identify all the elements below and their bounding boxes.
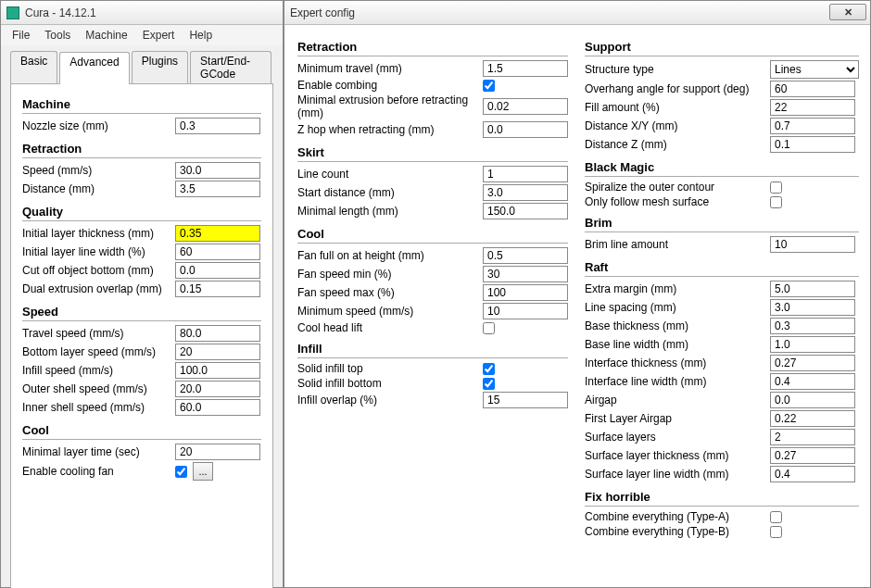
min-travel-label: Minimum travel (mm) [297,62,483,75]
blw-label: Base line width (mm) [585,338,770,351]
zhop-input[interactable] [483,121,568,138]
mspd-label: Minimum speed (mm/s) [297,305,483,318]
sl-input[interactable] [770,429,855,445]
sib-checkbox[interactable] [483,378,495,390]
bt-label: Base thickness (mm) [585,319,770,332]
tab-gcode[interactable]: Start/End-GCode [190,51,271,83]
mspd-input[interactable] [483,303,568,319]
travel-input[interactable] [175,325,260,342]
dxy-input[interactable] [770,118,855,134]
zhop-label: Z hop when retracting (mm) [297,123,483,136]
blw-input[interactable] [770,336,855,353]
cea-label: Combine everything (Type-A) [585,510,770,523]
fsmin-input[interactable] [483,266,568,282]
menu-expert[interactable]: Expert [135,27,183,44]
close-button[interactable]: ✕ [829,4,866,20]
ofm-label: Only follow mesh surface [585,195,770,208]
it-input[interactable] [770,355,855,371]
em-input[interactable] [770,281,855,297]
nozzle-input[interactable] [175,118,260,134]
expert-right-column: Support Structure typeLines Overhang ang… [585,34,870,587]
st-label: Structure type [585,63,770,76]
ls-label: Line spacing (mm) [585,301,770,314]
fsmax-label: Fan speed max (%) [297,286,483,299]
main-title-bar: Cura - 14.12.1 [1,1,283,25]
menu-machine[interactable]: Machine [78,27,134,44]
st-select[interactable]: Lines [770,60,859,79]
fla-label: First Layer Airgap [585,412,770,425]
nozzle-label: Nozzle size (mm) [22,119,175,132]
lc-input[interactable] [483,166,568,182]
slt-input[interactable] [770,447,855,464]
ffoh-input[interactable] [483,247,568,264]
mebr-input[interactable] [483,98,568,115]
ilt-input[interactable] [175,225,260,242]
combing-checkbox[interactable] [483,80,495,92]
chl-checkbox[interactable] [483,322,495,334]
tab-advanced[interactable]: Advanced [59,52,129,84]
fla-input[interactable] [770,410,855,427]
inner-input[interactable] [175,399,260,416]
dz-input[interactable] [770,136,855,153]
iov-label: Infill overlap (%) [297,394,483,407]
rilw-input[interactable] [770,373,855,390]
menu-help[interactable]: Help [182,27,220,44]
ml-input[interactable] [483,203,568,219]
em-label: Extra margin (mm) [585,282,770,295]
tab-plugins[interactable]: Plugins [132,51,188,83]
spi-label: Spiralize the outer contour [585,181,770,194]
bt-input[interactable] [770,318,855,334]
min-travel-input[interactable] [483,60,568,77]
section-retraction: Retraction [22,136,261,158]
ex-blackmagic-title: Black Magic [585,155,859,177]
infill-spd-input[interactable] [175,362,260,379]
oa-input[interactable] [770,81,855,97]
mebr-label: Minimal extrusion before retracting (mm) [297,94,483,119]
bla-input[interactable] [770,236,855,253]
app-icon [6,6,19,19]
fsmax-input[interactable] [483,284,568,301]
retract-speed-input[interactable] [175,162,260,179]
inner-label: Inner shell speed (mm/s) [22,401,175,414]
expert-body: Retraction Minimum travel (mm) Enable co… [284,25,870,587]
cea-checkbox[interactable] [770,511,782,523]
sllw-input[interactable] [770,466,855,482]
menu-file[interactable]: File [5,27,37,44]
ls-input[interactable] [770,299,855,316]
expert-window-title: Expert config [290,6,355,19]
sit-checkbox[interactable] [483,363,495,375]
section-quality: Quality [22,199,261,221]
infill-spd-label: Infill speed (mm/s) [22,364,175,377]
spi-checkbox[interactable] [770,181,782,194]
iov-input[interactable] [483,392,568,408]
sllw-label: Surface layer line width (mm) [585,468,770,481]
ceb-checkbox[interactable] [770,526,782,538]
section-speed: Speed [22,299,261,321]
cob-input[interactable] [175,262,260,279]
ecf-checkbox[interactable] [175,466,187,478]
retract-speed-label: Speed (mm/s) [22,164,175,177]
mlt-input[interactable] [175,444,260,460]
ilw-input[interactable] [175,244,260,260]
outer-input[interactable] [175,381,260,397]
bottom-input[interactable] [175,344,260,360]
ecf-more-button[interactable]: ... [193,462,213,481]
advanced-panel: Machine Nozzle size (mm) Retraction Spee… [10,83,273,588]
deo-input[interactable] [175,281,260,297]
section-cool: Cool [22,418,261,440]
expert-window: Expert config ✕ Retraction Minimum trave… [284,0,871,588]
ecf-label: Enable cooling fan [22,465,175,478]
fa-input[interactable] [770,99,855,116]
ofm-checkbox[interactable] [770,196,782,208]
outer-label: Outer shell speed (mm/s) [22,382,175,395]
bla-label: Brim line amount [585,238,770,251]
it-label: Interface thickness (mm) [585,357,770,369]
tab-basic[interactable]: Basic [10,51,57,83]
retract-dist-input[interactable] [175,181,260,197]
ag-input[interactable] [770,392,855,408]
tab-strip: Basic Advanced Plugins Start/End-GCode [1,45,283,83]
menu-tools[interactable]: Tools [37,27,78,44]
bottom-label: Bottom layer speed (mm/s) [22,345,175,358]
ffoh-label: Fan full on at height (mm) [297,249,483,262]
sd-input[interactable] [483,184,568,201]
